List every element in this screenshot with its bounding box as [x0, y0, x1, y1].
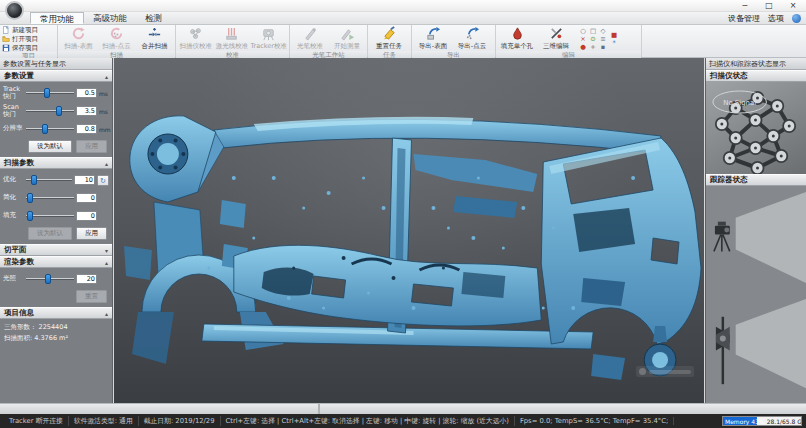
set-default-button[interactable]: 设为默认	[28, 140, 72, 153]
scanner-calibration-button[interactable]: 扫描仪校准	[178, 26, 213, 51]
title-bar: ─ □ ×	[0, 0, 806, 12]
shrink-select-icon[interactable]: ▪	[598, 43, 608, 51]
track-shutter-value[interactable]	[76, 88, 97, 98]
bottom-strip	[0, 403, 806, 414]
ribbon-group-calibration: 扫描仪校准 激光线校准 Tracker校准 校准	[176, 25, 290, 57]
polygon-select-icon[interactable]: ◇	[598, 27, 608, 35]
tab-advanced-functions[interactable]: 高级功能	[84, 12, 136, 24]
optimize-label: 优化	[3, 176, 24, 183]
resolution-label: 分辨率	[3, 125, 24, 132]
simplify-slider[interactable]	[26, 192, 74, 204]
3d-viewport[interactable]	[114, 58, 704, 403]
section-scan-params[interactable]: 扫描参数▴	[0, 157, 112, 169]
save-project-button[interactable]: 保存项目	[2, 44, 38, 52]
fill-slider[interactable]	[26, 210, 74, 222]
fill-hole-icon	[510, 26, 525, 41]
line-select-icon[interactable]: ≡	[598, 35, 608, 43]
open-project-button[interactable]: 打开项目	[2, 35, 38, 43]
optimize-slider[interactable]	[26, 174, 72, 186]
fill-value[interactable]	[76, 211, 97, 221]
tracker-calibration-button[interactable]: Tracker校准	[251, 26, 287, 51]
reset-task-icon	[382, 26, 397, 41]
app-logo-icon[interactable]	[5, 1, 24, 20]
ribbon-group-project: 新建项目 打开项目 保存项目 项目	[0, 25, 58, 57]
optimize-refresh-icon[interactable]: ↻	[97, 175, 109, 186]
options-menu[interactable]: 选项	[768, 13, 784, 24]
section-project-info[interactable]: 项目信息▴	[0, 307, 112, 319]
ribbon-tab-row: 常用功能 高级功能 检测	[0, 12, 806, 25]
triangles-label: 三角形数：	[4, 323, 37, 331]
status-bar: Tracker 断开连接 软件激活类型: 通用 截止日期: 2019/12/29…	[0, 414, 806, 428]
optimize-value[interactable]	[74, 175, 95, 185]
scan-surface-icon	[71, 26, 86, 41]
pen-calibration-button[interactable]: 光笔校准	[292, 26, 328, 51]
fps-temp-status: Fps= 0.0; TempS= 36.5°C; TempF= 35.4°C;	[515, 417, 674, 425]
scan-pointcloud-icon	[109, 26, 124, 41]
lighting-slider[interactable]	[26, 273, 74, 285]
apply-button[interactable]: 应用	[76, 227, 107, 240]
deselect-icon[interactable]: ×	[578, 35, 588, 43]
grow-select-icon[interactable]: +	[588, 43, 598, 51]
selection-tool-col: ■ *	[611, 26, 617, 51]
export-pointcloud-button[interactable]: 导出-点云	[453, 26, 491, 51]
lighting-value[interactable]	[76, 274, 97, 284]
right-panel: 扫描仪和跟踪器状态显示 扫描仪状态 No Si	[705, 58, 806, 403]
scan-pointcloud-button[interactable]: 扫描-点云	[98, 26, 135, 51]
scan-shutter-value[interactable]	[76, 106, 97, 116]
lighting-label: 光照	[3, 275, 24, 282]
delete-selected-icon[interactable]: ■	[611, 31, 617, 39]
tracker-fov-graphic	[706, 186, 806, 403]
memory-detail-text: 28.1/65.8 GB	[767, 418, 802, 425]
reset-lighting-button[interactable]: 重置	[76, 290, 107, 303]
resolution-value[interactable]	[76, 124, 97, 134]
ribbon-group-edit: 填充单个孔 三维编辑 ○ □ ◇ × ⊙ ≡ ● + ▪ ■ * 编辑	[496, 25, 642, 57]
scan-shutter-slider[interactable]	[26, 105, 74, 117]
section-tracker-status[interactable]: 跟踪器状态	[706, 174, 806, 186]
collapse-icon: ▴	[105, 73, 108, 80]
export-surface-button[interactable]: 导出-表面	[414, 26, 452, 51]
open-folder-icon	[2, 35, 10, 43]
brush-select-icon[interactable]: ●	[578, 43, 588, 51]
scan-mesh-car-body	[114, 58, 704, 403]
scan-surface-button[interactable]: 扫描-表面	[60, 26, 97, 51]
edit-3d-button[interactable]: 三维编辑	[537, 26, 575, 51]
apply-button[interactable]: 应用	[76, 140, 107, 153]
close-button[interactable]: ×	[782, 0, 804, 11]
export-surface-icon	[426, 26, 441, 41]
ellipse-select-icon[interactable]: ○	[578, 27, 588, 35]
device-manage-menu[interactable]: 设备管理	[728, 13, 760, 24]
tab-inspection[interactable]: 检测	[136, 12, 171, 24]
fill-hole-button[interactable]: 填充单个孔	[498, 26, 536, 51]
start-measure-button[interactable]: 开始测量	[329, 26, 365, 51]
set-default-button[interactable]: 设为默认	[28, 227, 72, 240]
magic-wand-icon[interactable]: *	[611, 39, 617, 47]
mouse-hints-status: Ctrl+左键: 选择 | Ctrl+Alt+左键: 取消选择 | 左键: 移动…	[221, 416, 515, 426]
save-icon	[2, 44, 10, 52]
track-shutter-slider[interactable]	[26, 87, 74, 99]
tab-common-functions[interactable]: 常用功能	[30, 12, 84, 24]
fill-label: 填充	[3, 212, 24, 219]
tracker-calibration-icon	[261, 26, 276, 41]
left-panel-title: 参数设置与任务显示	[0, 58, 112, 70]
rect-select-icon[interactable]: □	[588, 27, 598, 35]
reset-task-button[interactable]: 重置任务	[370, 26, 408, 51]
laser-calibration-button[interactable]: 激光线校准	[214, 26, 249, 51]
simplify-label: 简化	[3, 194, 24, 201]
collapse-icon: ▴	[105, 310, 108, 317]
help-icon[interactable]	[792, 14, 801, 23]
new-project-icon	[2, 26, 10, 34]
minimize-button[interactable]: ─	[734, 0, 756, 11]
new-project-button[interactable]: 新建项目	[2, 26, 38, 34]
section-param-settings[interactable]: 参数设置▴	[0, 70, 112, 82]
section-cut-plane[interactable]: 切平面▾	[0, 244, 112, 256]
simplify-value[interactable]	[76, 193, 97, 203]
section-scanner-status[interactable]: 扫描仪状态	[706, 70, 806, 82]
point-select-icon[interactable]: ⊙	[588, 35, 598, 43]
section-render-params[interactable]: 渲染参数▴	[0, 256, 112, 268]
laser-calibration-icon	[224, 26, 239, 41]
tracker-device-icon	[716, 317, 730, 384]
no-signal-text: No Signal	[723, 99, 756, 107]
resolution-slider[interactable]	[26, 123, 74, 135]
merge-scan-button[interactable]: 合并扫描	[136, 26, 173, 51]
maximize-button[interactable]: □	[758, 0, 780, 11]
